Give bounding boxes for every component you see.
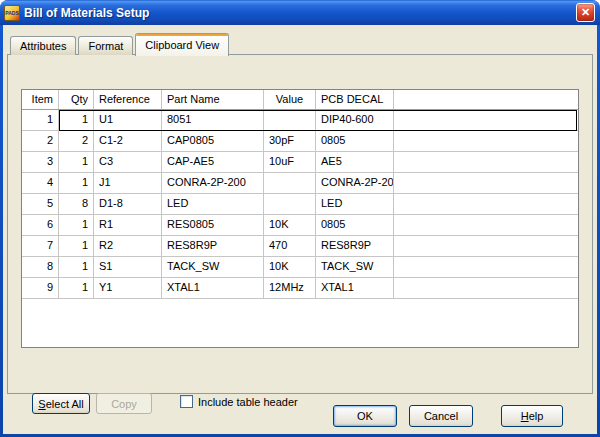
column-header-part-name: Part Name — [162, 90, 264, 109]
column-header-filler — [394, 90, 578, 109]
cell-item: 8 — [22, 257, 59, 278]
table-row[interactable]: 22C1-2CAP080530pF0805 — [22, 131, 578, 152]
cell-item: 4 — [22, 173, 59, 194]
cell-filler — [394, 236, 578, 257]
cancel-label: Cancel — [424, 410, 458, 422]
tab-format[interactable]: Format — [78, 36, 133, 55]
copy-button[interactable]: Copy — [96, 393, 152, 414]
cell-part-name: CAP-AE5 — [162, 152, 264, 173]
cell-part-name: RES8R9P — [162, 236, 264, 257]
tab-strip: Attributes Format Clipboard View — [10, 32, 231, 55]
cell-part-name: RES0805 — [162, 215, 264, 236]
cell-qty: 1 — [59, 278, 94, 299]
cancel-button[interactable]: Cancel — [409, 405, 473, 427]
bom-table: Item Qty Reference Part Name Value PCB D… — [21, 89, 579, 348]
copy-label: Copy — [111, 398, 137, 410]
column-header-pcb-decal: PCB DECAL — [316, 90, 394, 109]
cell-filler — [394, 173, 578, 194]
cell-value: 10K — [264, 215, 316, 236]
table-row[interactable]: 61R1RES080510K0805 — [22, 215, 578, 236]
cell-reference: Y1 — [94, 278, 162, 299]
cell-qty: 8 — [59, 194, 94, 215]
select-all-label: Select All — [38, 398, 83, 410]
cell-reference: U1 — [94, 110, 162, 131]
cell-value: 10uF — [264, 152, 316, 173]
include-table-header-option[interactable]: Include table header — [180, 395, 298, 408]
cell-filler — [394, 215, 578, 236]
cell-item: 7 — [22, 236, 59, 257]
cell-filler — [394, 131, 578, 152]
tab-clipboard-view[interactable]: Clipboard View — [135, 33, 229, 56]
table-row[interactable]: 58D1-8LEDLED — [22, 194, 578, 215]
cell-qty: 2 — [59, 131, 94, 152]
cell-reference: S1 — [94, 257, 162, 278]
cell-filler — [394, 194, 578, 215]
cell-value — [264, 194, 316, 215]
cell-item: 1 — [22, 110, 59, 131]
ok-label: OK — [357, 410, 373, 422]
column-header-value: Value — [264, 90, 316, 109]
table-row[interactable]: 91Y1XTAL112MHzXTAL1 — [22, 278, 578, 299]
cell-filler — [394, 152, 578, 173]
cell-value: 30pF — [264, 131, 316, 152]
dialog-body: Attributes Format Clipboard View Item Qt… — [3, 25, 597, 434]
cell-pcb-decal: LED — [316, 194, 394, 215]
clipboard-view-panel: Item Qty Reference Part Name Value PCB D… — [7, 54, 593, 394]
cell-reference: R1 — [94, 215, 162, 236]
cell-value: 10K — [264, 257, 316, 278]
titlebar[interactable]: PADS Bill of Materials Setup ✕ — [0, 0, 600, 25]
table-row[interactable]: 11U18051DIP40-600 — [22, 110, 578, 131]
cell-pcb-decal: 0805 — [316, 131, 394, 152]
dialog-window: PADS Bill of Materials Setup ✕ Attribute… — [0, 0, 600, 437]
cell-item: 3 — [22, 152, 59, 173]
cell-qty: 1 — [59, 236, 94, 257]
cell-part-name: 8051 — [162, 110, 264, 131]
table-row[interactable]: 31C3CAP-AE510uFAE5 — [22, 152, 578, 173]
cell-qty: 1 — [59, 110, 94, 131]
cell-pcb-decal: DIP40-600 — [316, 110, 394, 131]
cell-item: 6 — [22, 215, 59, 236]
cell-filler — [394, 278, 578, 299]
ok-button[interactable]: OK — [333, 405, 397, 427]
column-header-qty: Qty — [59, 90, 94, 109]
cell-qty: 1 — [59, 215, 94, 236]
help-label: Help — [521, 410, 544, 422]
cell-pcb-decal: AE5 — [316, 152, 394, 173]
table-body: 11U18051DIP40-60022C1-2CAP080530pF080531… — [22, 110, 578, 299]
table-row[interactable]: 71R2RES8R9P470RES8R9P — [22, 236, 578, 257]
cell-qty: 1 — [59, 173, 94, 194]
cell-part-name: CONRA-2P-200 — [162, 173, 264, 194]
cell-reference: R2 — [94, 236, 162, 257]
select-all-button[interactable]: Select All — [32, 393, 90, 414]
cell-item: 2 — [22, 131, 59, 152]
column-header-reference: Reference — [94, 90, 162, 109]
cell-filler — [394, 257, 578, 278]
table-row[interactable]: 81S1TACK_SW10KTACK_SW — [22, 257, 578, 278]
tab-attributes[interactable]: Attributes — [10, 36, 76, 55]
cell-part-name: CAP0805 — [162, 131, 264, 152]
cell-reference: J1 — [94, 173, 162, 194]
cell-pcb-decal: XTAL1 — [316, 278, 394, 299]
column-header-item: Item — [22, 90, 59, 109]
cell-filler — [394, 110, 578, 131]
cell-value — [264, 173, 316, 194]
cell-qty: 1 — [59, 152, 94, 173]
close-icon[interactable]: ✕ — [576, 3, 595, 22]
cell-reference: C3 — [94, 152, 162, 173]
include-table-header-checkbox — [180, 395, 193, 408]
cell-reference: D1-8 — [94, 194, 162, 215]
window-title: Bill of Materials Setup — [24, 6, 149, 20]
cell-pcb-decal: 0805 — [316, 215, 394, 236]
include-table-header-label: Include table header — [198, 396, 298, 408]
help-button[interactable]: Help — [501, 405, 563, 427]
cell-value: 12MHz — [264, 278, 316, 299]
cell-qty: 1 — [59, 257, 94, 278]
cell-value: 470 — [264, 236, 316, 257]
cell-pcb-decal: RES8R9P — [316, 236, 394, 257]
cell-item: 9 — [22, 278, 59, 299]
table-row[interactable]: 41J1CONRA-2P-200CONRA-2P-200 — [22, 173, 578, 194]
cell-part-name: LED — [162, 194, 264, 215]
cell-reference: C1-2 — [94, 131, 162, 152]
pads-app-icon: PADS — [4, 5, 20, 21]
cell-pcb-decal: TACK_SW — [316, 257, 394, 278]
